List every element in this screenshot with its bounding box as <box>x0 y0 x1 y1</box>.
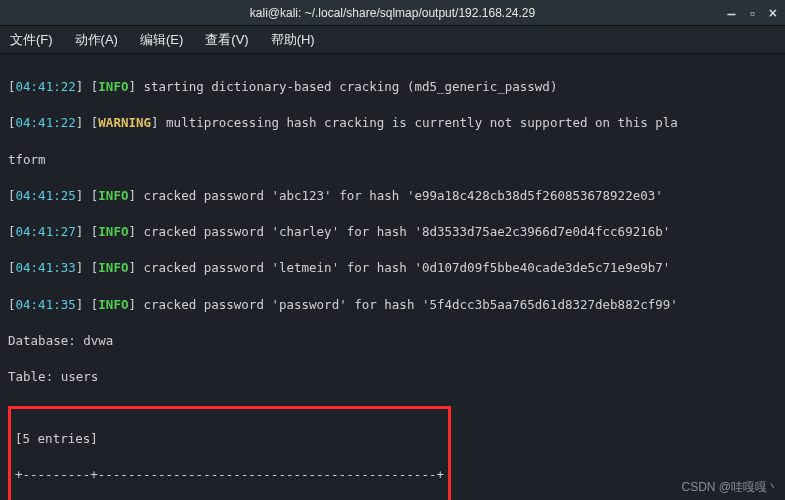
entries-count: [5 entries] <box>15 430 444 448</box>
close-button[interactable]: × <box>769 5 777 21</box>
menu-edit[interactable]: 编辑(E) <box>140 31 183 49</box>
database-label: Database: dvwa <box>8 332 777 350</box>
log-line: [04:41:33] [INFO] cracked password 'letm… <box>8 259 777 277</box>
log-line: [04:41:22] [WARNING] multiprocessing has… <box>8 114 777 132</box>
log-line: [04:41:27] [INFO] cracked password 'char… <box>8 223 777 241</box>
table-border: +---------+-----------------------------… <box>15 466 444 484</box>
menu-bar: 文件(F) 动作(A) 编辑(E) 查看(V) 帮助(H) <box>0 26 785 54</box>
menu-actions[interactable]: 动作(A) <box>75 31 118 49</box>
window-title: kali@kali: ~/.local/share/sqlmap/output/… <box>250 6 535 20</box>
watermark: CSDN @哇嘎嘎丶 <box>681 479 779 496</box>
log-line: [04:41:22] [INFO] starting dictionary-ba… <box>8 78 777 96</box>
maximize-button[interactable]: ▫ <box>750 5 755 21</box>
window-titlebar: kali@kali: ~/.local/share/sqlmap/output/… <box>0 0 785 26</box>
minimize-button[interactable]: ‒ <box>727 5 736 21</box>
window-controls: ‒ ▫ × <box>727 5 777 21</box>
menu-view[interactable]: 查看(V) <box>205 31 248 49</box>
table-label: Table: users <box>8 368 777 386</box>
terminal-output[interactable]: [04:41:22] [INFO] starting dictionary-ba… <box>0 54 785 500</box>
log-line: [04:41:35] [INFO] cracked password 'pass… <box>8 296 777 314</box>
menu-file[interactable]: 文件(F) <box>10 31 53 49</box>
results-table-highlight: [5 entries] +---------+-----------------… <box>8 406 451 500</box>
log-line: [04:41:25] [INFO] cracked password 'abc1… <box>8 187 777 205</box>
menu-help[interactable]: 帮助(H) <box>271 31 315 49</box>
log-line: tform <box>8 151 777 169</box>
